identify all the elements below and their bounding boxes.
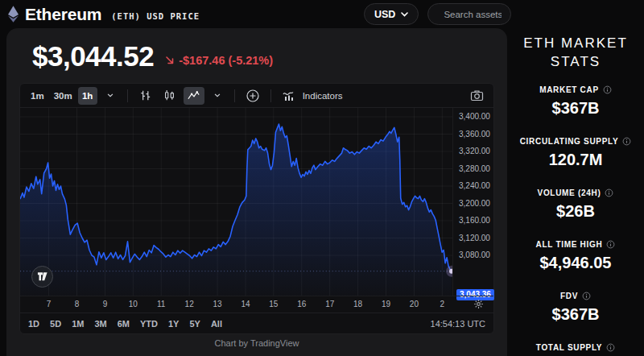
x-tick-label: 8 — [75, 300, 80, 308]
search-box[interactable] — [427, 3, 511, 25]
current-price: $3,044.52 — [32, 40, 154, 72]
sidebar-title: ETH MARKET STATS — [522, 35, 629, 72]
indicators-label: Indicators — [303, 91, 343, 101]
tradingview-logo-icon — [37, 271, 48, 282]
toolbar-divider — [270, 89, 271, 102]
stat-value: 120.7M — [507, 151, 644, 169]
chevron-down-icon — [107, 93, 114, 97]
hollow-candles-style-button[interactable] — [159, 87, 180, 105]
search-input[interactable] — [444, 10, 502, 19]
x-tick-label: 12 — [185, 300, 194, 308]
x-tick-label: 15 — [269, 300, 278, 308]
stat-item: CIRCULATING SUPPLY120.7M — [507, 133, 644, 169]
page-title: Ethereum — [25, 5, 101, 24]
x-tick-label: 7 — [47, 300, 52, 308]
bars-icon — [138, 89, 152, 102]
y-tick-label: 3,160.00 — [459, 216, 490, 225]
range-button-ytd[interactable]: YTD — [140, 319, 158, 329]
x-tick-label: 14 — [241, 300, 250, 308]
tradingview-widget: 1m30m1h — [19, 83, 494, 334]
price-axis[interactable]: 3,400.003,360.003,320.003,280.003,240.00… — [452, 108, 493, 296]
x-tick-label: 10 — [129, 300, 138, 308]
range-button-6m[interactable]: 6M — [118, 319, 130, 329]
stat-value: $26B — [507, 202, 644, 221]
y-tick-label: 3,240.00 — [459, 181, 490, 190]
info-icon[interactable] — [582, 292, 591, 300]
range-button-1d[interactable]: 1D — [28, 319, 39, 329]
range-button-3m[interactable]: 3M — [94, 319, 106, 329]
chart-bottom-bar: 1D5D1M3M6MYTD1Y5YAll 14:54:13 UTC — [20, 313, 493, 333]
plus-circle-icon — [246, 89, 260, 103]
x-tick-label: 13 — [213, 300, 221, 308]
stat-item: VOLUME (24H)$26B — [507, 184, 644, 221]
x-tick-label: 16 — [297, 300, 306, 308]
stat-value: $4,946.05 — [507, 254, 644, 272]
y-tick-label: 3,280.00 — [459, 164, 490, 173]
page: Ethereum (ETH) USD PRICE USD $3,044.52 -… — [0, 0, 644, 356]
chart-settings-button[interactable] — [473, 299, 484, 309]
x-tick-label: 19 — [382, 300, 390, 308]
range-button-all[interactable]: All — [211, 319, 222, 329]
info-icon[interactable] — [606, 240, 615, 249]
price-row: $3,044.52 -$167.46 (-5.21%) — [6, 28, 507, 81]
y-tick-label: 3,200.00 — [459, 199, 490, 208]
area-style-button[interactable] — [184, 87, 204, 105]
interval-group: 1m30m1h — [27, 87, 97, 105]
stat-item: MARKET CAP$367B — [507, 81, 644, 118]
camera-icon — [470, 89, 484, 101]
arrow-down-right-icon — [165, 56, 175, 65]
chart-clock[interactable]: 14:54:13 UTC — [431, 319, 485, 329]
header-controls: USD — [364, 3, 511, 25]
bars-style-button[interactable] — [135, 87, 156, 105]
info-icon[interactable] — [622, 137, 631, 146]
toolbar-divider — [234, 89, 235, 102]
interval-button-1m[interactable]: 1m — [27, 87, 48, 105]
tradingview-logo[interactable] — [31, 266, 53, 288]
hollow-candles-icon — [163, 89, 176, 102]
range-button-5d[interactable]: 5D — [50, 319, 61, 329]
compare-button[interactable] — [242, 87, 263, 105]
stat-label: VOLUME (24H) — [538, 188, 614, 197]
price-chart-card: $3,044.52 -$167.46 (-5.21%) 1m30m1h — [6, 28, 507, 356]
indicators-button[interactable]: Indicators — [279, 87, 346, 105]
stat-value: $367B — [507, 99, 644, 118]
price-area-chart[interactable] — [20, 108, 452, 296]
currency-value: USD — [374, 9, 395, 20]
range-button-5y[interactable]: 5Y — [189, 319, 200, 329]
y-tick-label: 3,320.00 — [459, 147, 490, 155]
interval-menu-button[interactable] — [101, 87, 120, 105]
info-icon[interactable] — [603, 85, 612, 94]
range-button-1y[interactable]: 1Y — [168, 319, 179, 329]
price-change-text: -$167.46 (-5.21%) — [179, 54, 273, 67]
gear-icon — [473, 299, 484, 309]
stat-value: $367B — [507, 305, 644, 324]
stat-item: TOTAL SUPPLY120.7M — [507, 339, 644, 356]
stat-item: FDV$367B — [507, 288, 644, 324]
ethereum-logo-icon — [8, 6, 19, 23]
stat-label: MARKET CAP — [539, 85, 612, 94]
x-tick-label: 9 — [103, 300, 108, 308]
style-menu-button[interactable] — [208, 87, 227, 105]
market-stats-sidebar: ETH MARKET STATS MARKET CAP$367BCIRCULAT… — [507, 28, 644, 356]
y-tick-label: 3,400.00 — [459, 112, 490, 121]
range-button-1m[interactable]: 1M — [72, 319, 84, 329]
stat-label: ALL TIME HIGH — [536, 240, 616, 249]
x-tick-label: 18 — [353, 300, 362, 308]
top-header: Ethereum (ETH) USD PRICE USD — [0, 0, 644, 28]
brand: Ethereum (ETH) USD PRICE — [8, 0, 200, 28]
range-group: 1D5D1M3M6MYTD1Y5YAll — [28, 319, 233, 329]
chart-attribution: Chart by TradingView — [6, 338, 507, 348]
page-subtitle: (ETH) USD PRICE — [111, 11, 200, 21]
chevron-down-icon — [401, 12, 408, 17]
stat-label: FDV — [560, 292, 591, 300]
stat-label: CIRCULATING SUPPLY — [520, 137, 632, 146]
info-icon[interactable] — [605, 188, 613, 197]
info-icon[interactable] — [606, 343, 615, 352]
chart-canvas[interactable]: 3,400.003,360.003,320.003,280.003,240.00… — [20, 108, 493, 296]
toolbar-divider — [127, 89, 128, 102]
currency-selector[interactable]: USD — [364, 3, 419, 25]
interval-button-30m[interactable]: 30m — [50, 87, 76, 105]
screenshot-button[interactable] — [466, 87, 487, 105]
time-axis[interactable]: 78910111213141516171819202 — [20, 296, 493, 313]
interval-button-1h[interactable]: 1h — [78, 87, 97, 105]
